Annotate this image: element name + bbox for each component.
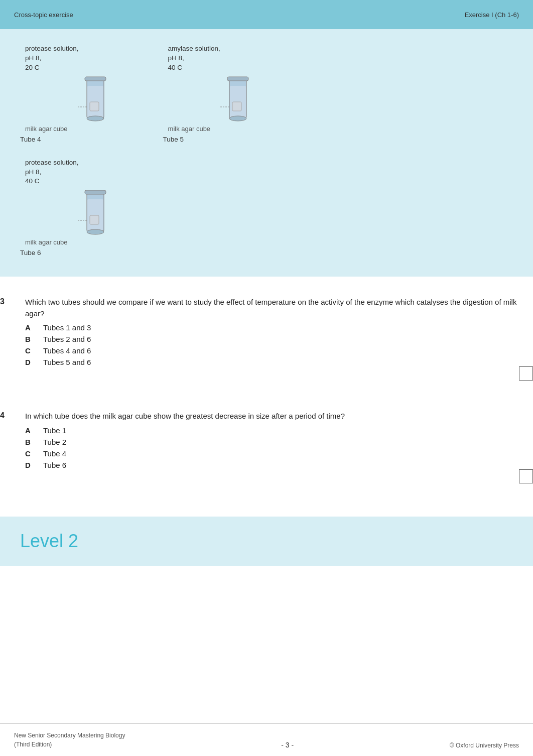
- q3-option-c-text: Tubes 4 and 6: [43, 346, 91, 355]
- question-4-options: A Tube 1 B Tube 2 C Tube 4 D Tube 6: [25, 426, 533, 469]
- q4-option-c-letter: C: [25, 449, 43, 458]
- level-section: Level 2: [0, 517, 533, 566]
- q3-option-a-letter: A: [25, 323, 43, 332]
- q3-answer-box[interactable]: [519, 366, 533, 381]
- tube5-name: Tube 5: [163, 136, 184, 143]
- question-4-text: In which tube does the milk agar cube sh…: [25, 411, 533, 422]
- tube6-name: Tube 6: [20, 249, 41, 257]
- question-3-block: 3 Which two tubes should we compare if w…: [0, 297, 533, 381]
- tube4-milk-label: milk agar cube: [25, 125, 68, 133]
- q3-option-a-text: Tubes 1 and 3: [43, 323, 91, 332]
- q3-option-a: A Tubes 1 and 3: [25, 323, 533, 332]
- question-4-number: 4: [0, 411, 25, 420]
- q4-option-a-letter: A: [25, 426, 43, 435]
- svg-rect-2: [90, 102, 99, 111]
- q3-option-c: C Tubes 4 and 6: [25, 346, 533, 355]
- question-3-row: 3 Which two tubes should we compare if w…: [0, 297, 533, 319]
- footer-right: © Oxford University Press: [450, 742, 519, 749]
- tube6-milk-label: milk agar cube: [25, 238, 68, 246]
- tube-row-2: protease solution,pH 8,40 C milk agar cu…: [20, 158, 513, 257]
- svg-point-10: [229, 116, 246, 121]
- q4-option-c: C Tube 4: [25, 449, 533, 458]
- q4-option-d-letter: D: [25, 461, 43, 469]
- question-4-block: 4 In which tube does the milk agar cube …: [0, 411, 533, 483]
- page-header: Cross-topic exercise Exercise I (Ch 1-6): [0, 0, 533, 29]
- tube6-solution-label: protease solution,pH 8,40 C: [25, 158, 79, 187]
- q4-option-b-text: Tube 2: [43, 438, 66, 446]
- svg-point-16: [87, 229, 104, 234]
- q3-option-b: B Tubes 2 and 6: [25, 335, 533, 343]
- question-3-options: A Tubes 1 and 3 B Tubes 2 and 6 C Tubes …: [25, 323, 533, 366]
- footer-left: New Senior Secondary Mastering Biology (…: [14, 731, 125, 749]
- footer-left-line2: (Third Edition): [14, 741, 52, 748]
- questions-area: 3 Which two tubes should we compare if w…: [0, 292, 533, 507]
- tube-5-unit: amylase solution,pH 8,40 C milk agar cub…: [163, 44, 256, 143]
- q4-option-d-text: Tube 6: [43, 461, 66, 469]
- tubes-section: protease solution,pH 8,20 C milk agar cu…: [0, 29, 533, 277]
- q4-answer-box[interactable]: [519, 469, 533, 483]
- q3-option-d: D Tubes 5 and 6: [25, 358, 533, 366]
- header-right-label: Exercise I (Ch 1-6): [465, 11, 519, 19]
- footer-left-line1: New Senior Secondary Mastering Biology: [14, 732, 125, 739]
- svg-rect-9: [227, 77, 248, 81]
- svg-rect-3: [85, 77, 106, 81]
- level-title: Level 2: [20, 531, 78, 551]
- page-footer: New Senior Secondary Mastering Biology (…: [0, 723, 533, 756]
- tube5-milk-label: milk agar cube: [168, 125, 211, 133]
- q3-option-b-letter: B: [25, 335, 43, 343]
- question-3-number: 3: [0, 297, 25, 306]
- svg-rect-8: [232, 102, 241, 111]
- q4-option-a-text: Tube 1: [43, 426, 66, 435]
- tube5-drawing: milk agar cube: [163, 76, 256, 134]
- q4-option-b-letter: B: [25, 438, 43, 446]
- q4-option-d: D Tube 6: [25, 461, 533, 469]
- tube6-svg: [78, 189, 113, 247]
- header-left-label: Cross-topic exercise: [14, 11, 73, 19]
- svg-point-4: [87, 116, 104, 121]
- tube6-drawing: milk agar cube: [20, 189, 113, 247]
- tube5-solution-label: amylase solution,pH 8,40 C: [168, 44, 220, 73]
- question-3-text: Which two tubes should we compare if we …: [25, 297, 533, 319]
- q3-option-d-text: Tubes 5 and 6: [43, 358, 91, 366]
- tube4-svg: [78, 76, 113, 134]
- tube4-solution-label: protease solution,pH 8,20 C: [25, 44, 79, 73]
- svg-rect-15: [85, 190, 106, 194]
- q4-option-c-text: Tube 4: [43, 449, 66, 458]
- question-4-row: 4 In which tube does the milk agar cube …: [0, 411, 533, 422]
- q3-option-d-letter: D: [25, 358, 43, 366]
- tube-4-unit: protease solution,pH 8,20 C milk agar cu…: [20, 44, 113, 143]
- q4-option-b: B Tube 2: [25, 438, 533, 446]
- footer-center: - 3 -: [281, 741, 294, 749]
- tube5-svg: [220, 76, 255, 134]
- tube-row-1: protease solution,pH 8,20 C milk agar cu…: [20, 44, 513, 143]
- svg-rect-14: [90, 215, 99, 224]
- tube4-drawing: milk agar cube: [20, 76, 113, 134]
- q4-option-a: A Tube 1: [25, 426, 533, 435]
- tube4-name: Tube 4: [20, 136, 41, 143]
- q3-option-c-letter: C: [25, 346, 43, 355]
- tube-6-unit: protease solution,pH 8,40 C milk agar cu…: [20, 158, 113, 257]
- q3-option-b-text: Tubes 2 and 6: [43, 335, 91, 343]
